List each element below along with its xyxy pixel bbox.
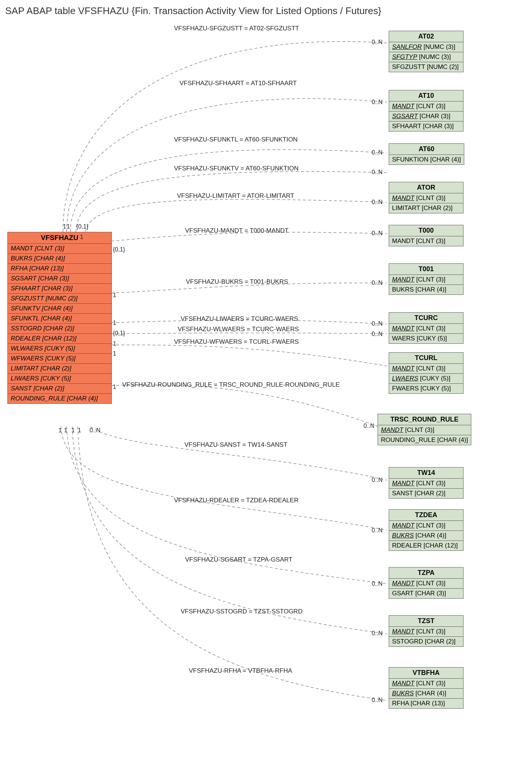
- entity-field: SFGZUSTT [NUMC (2)]: [389, 62, 463, 72]
- entity-tw14: TW14MANDT [CLNT (3)]SANST [CHAR (2)]: [389, 467, 464, 499]
- entity-tzpa: TZPAMANDT [CLNT (3)]GSART [CHAR (3)]: [389, 567, 464, 599]
- entity-field: ROUNDING_RULE [CHAR (4)]: [378, 435, 471, 445]
- entity-at60: AT60SFUNKTION [CHAR (4)]: [389, 143, 464, 165]
- entity-field: FWAERS [CUKY (5)]: [389, 384, 463, 393]
- entity-field: SANST [CHAR (2)]: [389, 489, 463, 498]
- entity-field: LIMITART [CHAR (2)]: [8, 364, 111, 374]
- entity-field: SFGZUSTT [NUMC (2)]: [8, 294, 111, 304]
- rel-label: VFSFHAZU-WLWAERS = TCURC-WAERS: [178, 326, 299, 333]
- entity-field: SFUNKTV [CHAR (4)]: [8, 304, 111, 314]
- cardinality: 0..N: [364, 423, 374, 429]
- cardinality: 1: [113, 320, 116, 326]
- page-title: SAP ABAP table VFSFHAZU {Fin. Transactio…: [5, 5, 532, 17]
- rel-label: VFSFHAZU-BUKRS = T001-BUKRS: [186, 278, 288, 286]
- entity-key-field: MANDT [CLNT (3)]: [389, 521, 463, 531]
- entity-field: BUKRS [CHAR (4)]: [8, 254, 111, 264]
- cardinality: 1: [58, 427, 62, 434]
- cardinality: 1: [63, 223, 66, 230]
- entity-field: GSART [CHAR (3)]: [389, 589, 463, 598]
- entity-field: RDEALER [CHAR (12)]: [389, 541, 463, 550]
- entity-tcurc: TCURCMANDT [CLNT (3)]WAERS [CUKY (5)]: [389, 312, 464, 344]
- entity-field: SSTOGRD [CHAR (2)]: [8, 324, 111, 334]
- entity-name: TZST: [389, 616, 463, 627]
- entity-field: SFHAART [CHAR (3)]: [389, 122, 463, 131]
- cardinality: 0..N: [372, 527, 382, 534]
- entity-field: LIMITART [CHAR (2)]: [389, 203, 463, 213]
- cardinality: 1: [78, 427, 81, 434]
- cardinality: 1: [113, 384, 116, 390]
- entity-key-field: MANDT [CLNT (3)]: [389, 193, 463, 203]
- entity-field: WLWAERS [CUKY (5)]: [8, 344, 111, 354]
- cardinality: {0,1}: [113, 246, 125, 253]
- entity-key-field: LWAERS [CUKY (5)]: [389, 374, 463, 384]
- rel-label: VFSFHAZU-SFHAART = AT10-SFHAART: [180, 80, 297, 87]
- er-diagram: VFSFHAZU MANDT [CLNT (3)]BUKRS [CHAR (4)…: [4, 19, 528, 760]
- cardinality: 0..N: [372, 697, 382, 703]
- entity-field: WAERS [CUKY (5)]: [389, 334, 463, 343]
- rel-label: VFSFHAZU-LIMITART = ATOR-LIMITART: [177, 192, 294, 200]
- entity-key-field: SANLFOR [NUMC (3)]: [389, 42, 463, 52]
- entity-name: T001: [389, 264, 463, 275]
- entity-name: VTBFHA: [389, 668, 463, 679]
- entity-key-field: BUKRS [CHAR (4)]: [389, 689, 463, 699]
- entity-tzdea: TZDEAMANDT [CLNT (3)]BUKRS [CHAR (4)]RDE…: [389, 509, 464, 551]
- entity-at02: AT02SANLFOR [NUMC (3)]SFGTYP [NUMC (3)]S…: [389, 31, 464, 72]
- entity-vfsfhazu: VFSFHAZU MANDT [CLNT (3)]BUKRS [CHAR (4)…: [7, 232, 112, 404]
- entity-field: SFHAART [CHAR (3)]: [8, 284, 111, 294]
- rel-label: VFSFHAZU-ROUNDING_RULE = TRSC_ROUND_RULE…: [122, 381, 340, 389]
- cardinality: 0..N: [372, 580, 382, 587]
- entity-key-field: MANDT [CLNT (3)]: [389, 627, 463, 637]
- rel-label: VFSFHAZU-SFUNKTV = AT60-SFUNKTION: [174, 165, 298, 172]
- entity-key-field: BUKRS [CHAR (4)]: [389, 531, 463, 541]
- entity-name: TRSC_ROUND_RULE: [378, 414, 471, 425]
- cardinality: 0..N: [372, 169, 382, 176]
- cardinality: {0,1}: [113, 330, 125, 337]
- entity-key-field: SGSART [CHAR (3)]: [389, 112, 463, 122]
- entity-field: MANDT [CLNT (3)]: [8, 244, 111, 254]
- cardinality: 0..N: [372, 320, 382, 327]
- entity-field: RFHA [CHAR (13)]: [8, 264, 111, 274]
- entity-field: SFUNKTL [CHAR (4)]: [8, 314, 111, 324]
- entity-tzst: TZSTMANDT [CLNT (3)]SSTOGRD [CHAR (2)]: [389, 615, 464, 647]
- entity-name: TW14: [389, 467, 463, 479]
- entity-name: TCURL: [389, 353, 463, 364]
- cardinality: 0..N: [372, 230, 382, 237]
- rel-label: VFSFHAZU-RFHA = VTBFHA-RFHA: [189, 667, 292, 675]
- entity-key-field: MANDT [CLNT (3)]: [389, 364, 463, 374]
- entity-key-field: MANDT [CLNT (3)]: [389, 579, 463, 589]
- cardinality: 0..N: [372, 199, 382, 206]
- entity-field: BUKRS [CHAR (4)]: [389, 285, 463, 295]
- entity-field: MANDT [CLNT (3)]: [389, 236, 463, 246]
- cardinality: 1: [64, 427, 67, 434]
- entity-name: AT60: [389, 144, 464, 155]
- entity-field: SFUNKTION [CHAR (4)]: [389, 155, 464, 164]
- entity-key-field: MANDT [CLNT (3)]: [389, 102, 463, 112]
- entity-field: SGSART [CHAR (3)]: [8, 274, 111, 284]
- cardinality: 0..N: [372, 39, 382, 46]
- entity-key-field: SFGTYP [NUMC (3)]: [389, 52, 463, 62]
- entity-t001: T001MANDT [CLNT (3)]BUKRS [CHAR (4)]: [389, 263, 464, 295]
- entity-field: ROUNDING_RULE [CHAR (4)]: [8, 394, 111, 403]
- entity-t000: T000MANDT [CLNT (3)]: [389, 225, 464, 246]
- rel-label: VFSFHAZU-SANST = TW14-SANST: [184, 441, 288, 449]
- entity-trsc_round_rule: TRSC_ROUND_RULEMANDT [CLNT (3)]ROUNDING_…: [378, 414, 471, 445]
- cardinality: {0,1}: [76, 223, 88, 230]
- rel-label: VFSFHAZU-SSTOGRD = TZST-SSTOGRD: [181, 608, 302, 615]
- cardinality: 1: [80, 234, 83, 240]
- entity-field: WFWAERS [CUKY (5)]: [8, 354, 111, 364]
- entity-key-field: MANDT [CLNT (3)]: [378, 425, 471, 435]
- entity-name: ATOR: [389, 182, 463, 193]
- cardinality: 0..N: [90, 427, 100, 434]
- entity-field: RFHA [CHAR (13)]: [389, 699, 463, 708]
- cardinality: 0..N: [372, 477, 382, 483]
- cardinality: 1: [113, 340, 116, 347]
- entity-tcurl: TCURLMANDT [CLNT (3)]LWAERS [CUKY (5)]FW…: [389, 352, 464, 394]
- rel-label: VFSFHAZU-LIWAERS = TCURC-WAERS: [181, 315, 298, 323]
- entity-vtbfha: VTBFHAMANDT [CLNT (3)]BUKRS [CHAR (4)]RF…: [389, 667, 464, 709]
- cardinality: 0..N: [372, 331, 382, 337]
- entity-name: AT02: [389, 31, 463, 42]
- entity-field: RDEALER [CHAR (12)]: [8, 334, 111, 344]
- entity-name: VFSFHAZU: [8, 232, 111, 244]
- cardinality: 0..N: [372, 630, 382, 637]
- cardinality: 0..N: [372, 149, 382, 156]
